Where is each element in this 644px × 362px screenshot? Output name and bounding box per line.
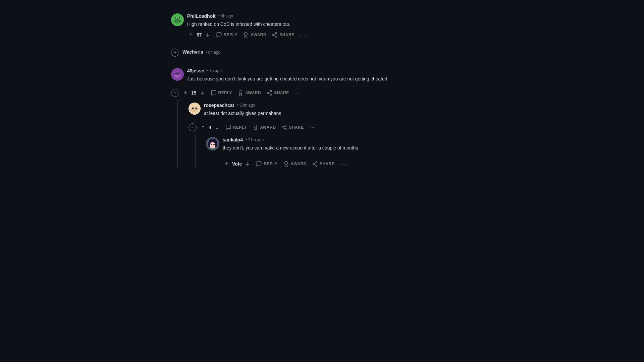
comment-wachvris: + Wachvris • 8h ago bbox=[171, 43, 473, 61]
action-bar-philloadholt: 57 Reply Award Share ··· bbox=[187, 31, 473, 39]
reply-button-philloadholt[interactable]: Reply bbox=[214, 31, 239, 39]
comment-header-philloadholt: PhilLoadholt • 8h ago bbox=[187, 13, 473, 19]
timestamp-wachvris: • 8h ago bbox=[205, 50, 221, 55]
svg-point-58 bbox=[213, 144, 215, 145]
svg-line-48 bbox=[283, 128, 285, 129]
svg-point-47 bbox=[285, 128, 287, 130]
share-label: Share bbox=[279, 33, 294, 37]
comment-philloadholt: PhilLoadholt • 8h ago High ranked on CoD… bbox=[171, 7, 473, 43]
more-button-49jesse[interactable]: ··· bbox=[292, 89, 304, 97]
username-wachvris: Wachvris bbox=[182, 49, 203, 55]
comment-header-rosepeachcat: rosepeachcat • 50m ago bbox=[204, 103, 473, 108]
avatar-sankalp4 bbox=[206, 137, 219, 150]
svg-point-64 bbox=[313, 163, 314, 165]
reply-button-rosepeachcat[interactable]: Reply bbox=[223, 123, 249, 132]
username-philloadholt: PhilLoadholt bbox=[187, 13, 216, 19]
comment-text-rosepeachcat: at least riot actually gives permabans bbox=[204, 110, 473, 117]
timestamp-sankalp4: • 21m ago bbox=[246, 137, 264, 142]
award-button-rosepeachcat[interactable]: Award bbox=[250, 123, 278, 132]
svg-point-44 bbox=[254, 125, 257, 128]
vote-section-philloadholt: 57 bbox=[187, 31, 211, 39]
vote-count-rosepeachcat: 4 bbox=[209, 125, 211, 130]
award-button-philloadholt[interactable]: Award bbox=[241, 31, 268, 39]
upvote-button-rosepeachcat[interactable] bbox=[199, 124, 207, 131]
award-label: Award bbox=[251, 33, 266, 37]
timestamp-49jesse: • 3h ago bbox=[207, 68, 222, 73]
svg-point-5 bbox=[179, 17, 180, 18]
vote-label-sankalp4: Vote bbox=[232, 161, 242, 167]
timestamp-rosepeachcat: • 50m ago bbox=[237, 103, 255, 108]
comment-content-rosepeachcat: rosepeachcat • 50m ago at least riot act… bbox=[204, 103, 473, 120]
svg-line-67 bbox=[314, 163, 316, 164]
upvote-button-philloadholt[interactable] bbox=[187, 31, 195, 39]
comments-container: PhilLoadholt • 8h ago High ranked on CoD… bbox=[171, 0, 473, 175]
svg-point-45 bbox=[285, 125, 287, 127]
more-button-philloadholt[interactable]: ··· bbox=[298, 31, 309, 39]
reply-button-sankalp4[interactable]: Reply bbox=[254, 160, 279, 168]
svg-point-10 bbox=[275, 33, 277, 34]
downvote-button-philloadholt[interactable] bbox=[204, 31, 211, 39]
downvote-button-49jesse[interactable] bbox=[199, 89, 206, 97]
collapse-button-rosepeachcat[interactable]: − bbox=[189, 123, 197, 131]
downvote-button-rosepeachcat[interactable] bbox=[213, 124, 221, 131]
vote-count-philloadholt: 57 bbox=[197, 32, 202, 38]
replies-49jesse: rosepeachcat • 50m ago at least riot act… bbox=[171, 99, 473, 168]
svg-point-59 bbox=[212, 146, 214, 147]
comment-header-sankalp4: sankalp4 • 21m ago bbox=[223, 137, 473, 142]
svg-point-9 bbox=[244, 33, 247, 36]
collapse-button-49jesse[interactable]: − bbox=[171, 89, 179, 97]
avatar-rosepeachcat bbox=[189, 103, 201, 115]
downvote-button-sankalp4[interactable] bbox=[244, 160, 251, 168]
comment-content-philloadholt: PhilLoadholt • 8h ago High ranked on CoD… bbox=[187, 13, 473, 39]
reply-label: Reply bbox=[224, 33, 237, 37]
comment-text-philloadholt: High ranked on CoD is infested with chea… bbox=[187, 21, 473, 28]
comment-rosepeachcat-wrapper: rosepeachcat • 50m ago at least riot act… bbox=[189, 99, 473, 168]
username-rosepeachcat: rosepeachcat bbox=[204, 103, 234, 108]
avatar-49jesse bbox=[171, 68, 184, 81]
upvote-button-sankalp4[interactable] bbox=[223, 160, 230, 168]
more-button-sankalp4[interactable]: ··· bbox=[338, 160, 349, 168]
svg-point-56 bbox=[210, 142, 215, 148]
award-button-49jesse[interactable]: Award bbox=[235, 88, 263, 97]
share-button-philloadholt[interactable]: Share bbox=[270, 31, 297, 39]
svg-point-4 bbox=[175, 17, 176, 18]
award-button-sankalp4[interactable]: Award bbox=[281, 160, 309, 168]
timestamp-philloadholt: • 8h ago bbox=[218, 14, 233, 18]
vote-section-rosepeachcat: 4 bbox=[199, 124, 221, 131]
comment-sankalp4: sankalp4 • 21m ago they don't, you can m… bbox=[206, 134, 473, 158]
svg-point-26 bbox=[270, 90, 272, 92]
replies-rosepeachcat: sankalp4 • 21m ago they don't, you can m… bbox=[189, 134, 473, 168]
svg-point-25 bbox=[239, 90, 242, 94]
svg-point-37 bbox=[194, 109, 196, 111]
reply-button-49jesse[interactable]: Reply bbox=[209, 88, 234, 97]
svg-line-66 bbox=[314, 164, 316, 165]
action-bar-sankalp4: Vote Reply Award bbox=[206, 160, 473, 168]
comment-content-49jesse: 49jesse • 3h ago Just because you don't … bbox=[187, 68, 473, 85]
comment-text-sankalp4: they don't, you can make a new account a… bbox=[223, 144, 473, 152]
svg-point-62 bbox=[284, 162, 287, 165]
expand-button-wachvris[interactable]: + bbox=[171, 49, 179, 57]
svg-line-13 bbox=[274, 35, 276, 36]
svg-point-6 bbox=[175, 21, 179, 23]
svg-line-49 bbox=[283, 126, 285, 127]
svg-line-14 bbox=[274, 34, 276, 35]
svg-point-12 bbox=[275, 36, 277, 38]
svg-line-30 bbox=[269, 92, 270, 93]
svg-point-11 bbox=[272, 34, 274, 36]
share-button-49jesse[interactable]: Share bbox=[264, 88, 291, 97]
svg-point-21 bbox=[178, 73, 180, 74]
username-49jesse: 49jesse bbox=[187, 68, 204, 73]
share-button-rosepeachcat[interactable]: Share bbox=[279, 123, 306, 132]
comment-text-49jesse: Just because you don't think you are get… bbox=[187, 75, 473, 82]
svg-point-22 bbox=[175, 75, 180, 78]
vote-section-sankalp4: Vote bbox=[223, 160, 251, 168]
share-button-sankalp4[interactable]: Share bbox=[310, 160, 337, 168]
more-button-rosepeachcat[interactable]: ··· bbox=[307, 123, 318, 132]
svg-point-36 bbox=[196, 108, 197, 109]
svg-line-29 bbox=[269, 93, 270, 94]
collapsed-info-wachvris: Wachvris • 8h ago bbox=[182, 49, 220, 55]
upvote-button-49jesse[interactable] bbox=[182, 89, 189, 97]
action-bar-49jesse: 15 Reply Award Share ··· bbox=[182, 88, 304, 97]
username-sankalp4: sankalp4 bbox=[223, 137, 243, 142]
action-bar-rosepeachcat: 4 Reply Award bbox=[199, 123, 318, 132]
